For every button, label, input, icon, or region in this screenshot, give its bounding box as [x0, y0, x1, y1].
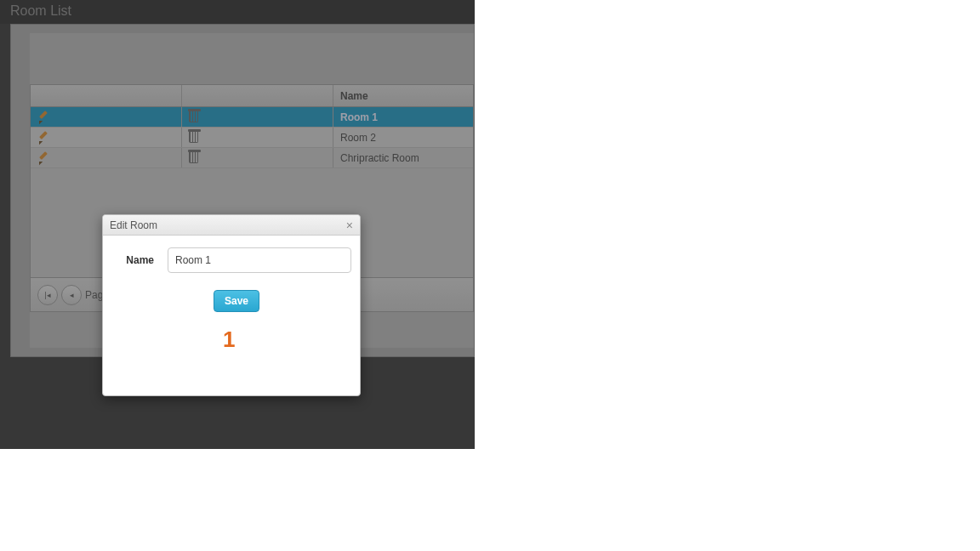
dialog-titlebar: Edit Room × [103, 215, 360, 236]
edit-room-dialog: Edit Room × Name Save [102, 214, 361, 396]
save-button[interactable]: Save [214, 290, 259, 312]
name-field-label: Name [111, 254, 154, 266]
app-viewport: Room List Name Room 1 [0, 0, 475, 449]
dialog-title-text: Edit Room [110, 219, 157, 231]
dialog-actions: Save [103, 285, 360, 312]
annotation-number: 1 [223, 327, 235, 353]
close-icon[interactable]: × [346, 219, 353, 231]
name-field[interactable] [168, 247, 351, 273]
dialog-body: Name [103, 236, 360, 285]
